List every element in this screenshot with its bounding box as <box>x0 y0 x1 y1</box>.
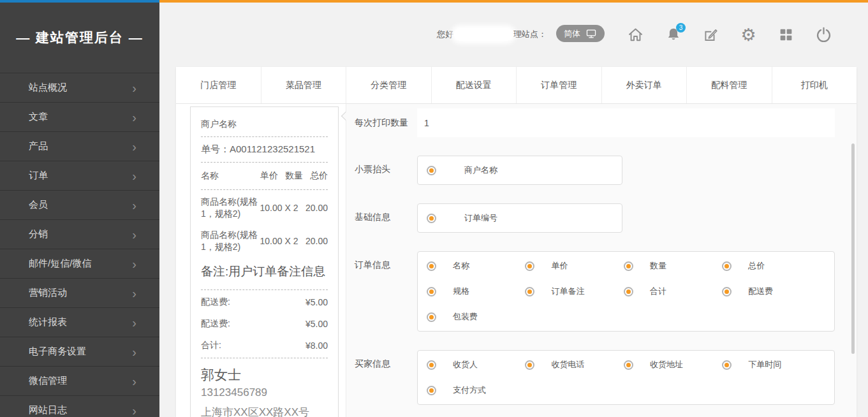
radio-selected[interactable] <box>525 287 534 296</box>
sidebar-item-site-overview[interactable]: 站点概况› <box>0 73 159 103</box>
sidebar-item-mail-sms-wechat[interactable]: 邮件/短信/微信› <box>0 249 159 279</box>
radio-selected[interactable] <box>624 287 633 296</box>
radio-selected[interactable] <box>525 360 534 370</box>
receipt-buyer-address: 上海市XX区XX路XX号XXX室 <box>201 404 328 417</box>
option-order-number[interactable]: 订单编号 <box>423 205 497 231</box>
radio-selected[interactable] <box>525 261 534 271</box>
tab-order-management[interactable]: 订单管理 <box>516 67 601 103</box>
receipt-buyer-name: 郭女士 <box>201 360 328 385</box>
basic-info-row: 基础信息 订单编号 <box>355 203 857 233</box>
compose-icon[interactable] <box>702 26 719 43</box>
sidebar-item-site-logs[interactable]: 网站日志› <box>0 396 159 417</box>
radio-selected[interactable] <box>427 386 436 395</box>
receipt-item-row: 商品名称(规格1，规格2) 10.00 X 2 20.00 <box>201 191 328 224</box>
radio-selected[interactable] <box>427 214 436 223</box>
greeting-suffix: 理站点： <box>513 29 547 40</box>
sidebar-item-ecommerce-settings[interactable]: 电子商务设置› <box>0 337 159 367</box>
divider <box>201 289 328 290</box>
header-top-strip <box>159 0 868 3</box>
printer-settings-form: 每次打印数量 小票抬头 商户名称 基础信 <box>346 104 857 417</box>
home-icon[interactable] <box>627 26 644 43</box>
sidebar-item-orders[interactable]: 订单› <box>0 161 159 191</box>
receipt-fee-row: 配送费: ¥5.00 <box>201 313 328 335</box>
divider <box>201 189 328 190</box>
option-subtotal[interactable]: 合计 <box>620 279 716 304</box>
tab-store-management[interactable]: 门店管理 <box>176 67 261 103</box>
receipt-columns: 名称 单价 数量 总价 <box>201 164 328 188</box>
sidebar-item-wechat-management[interactable]: 微信管理› <box>0 367 159 396</box>
option-packaging-fee[interactable]: 包装费 <box>423 304 519 330</box>
radio-selected[interactable] <box>427 287 436 296</box>
language-site-button[interactable]: 简体 <box>556 25 605 42</box>
sidebar-item-marketing[interactable]: 营销活动› <box>0 279 159 308</box>
chevron-right-icon: › <box>132 346 136 358</box>
sidebar-item-members[interactable]: 会员› <box>0 191 159 220</box>
option-delivery-fee[interactable]: 配送费 <box>718 279 814 304</box>
tab-printer[interactable]: 打印机 <box>772 67 857 103</box>
radio-selected[interactable] <box>427 166 436 175</box>
field-label: 基础信息 <box>355 203 417 233</box>
sidebar-menu: 站点概况› 文章› 产品› 订单› 会员› 分销› 邮件/短信/微信› 营销活动… <box>0 73 159 417</box>
radio-selected[interactable] <box>722 287 732 296</box>
chevron-right-icon: › <box>132 82 136 94</box>
callout-arrow-left <box>341 112 350 121</box>
option-order-note[interactable]: 订单备注 <box>521 279 617 304</box>
sidebar-item-distribution[interactable]: 分销› <box>0 220 159 249</box>
divider <box>201 358 328 358</box>
option-consignee[interactable]: 收货人 <box>423 352 519 377</box>
radio-selected[interactable] <box>722 261 732 271</box>
receipt-total-row: 合计: ¥8.00 <box>201 335 328 356</box>
option-merchant-name[interactable]: 商户名称 <box>423 157 497 183</box>
redacted-username <box>454 28 513 41</box>
tab-takeout-orders[interactable]: 外卖订单 <box>601 67 687 103</box>
receipt-header-row: 小票抬头 商户名称 <box>355 156 857 185</box>
receipt-note: 备注:用户订单备注信息 <box>201 258 328 289</box>
tab-category-management[interactable]: 分类管理 <box>346 67 431 103</box>
radio-selected[interactable] <box>427 312 436 322</box>
vertical-scrollbar[interactable] <box>851 143 855 354</box>
option-spec[interactable]: 规格 <box>423 279 519 304</box>
radio-selected[interactable] <box>427 261 436 271</box>
sidebar-item-reports[interactable]: 统计报表› <box>0 308 159 337</box>
chevron-right-icon: › <box>132 287 136 300</box>
option-name[interactable]: 名称 <box>423 253 519 279</box>
main-panel: 门店管理 菜品管理 分类管理 配送设置 订单管理 外卖订单 配料管理 打印机 商… <box>176 67 857 417</box>
field-label: 小票抬头 <box>355 156 417 185</box>
option-total-price[interactable]: 总价 <box>718 253 814 279</box>
order-info-row: 订单信息 名称 单价 数量 总价 规格 订单备注 合计 配送费 <box>355 251 857 332</box>
option-payment-method[interactable]: 支付方式 <box>423 377 519 403</box>
option-quantity[interactable]: 数量 <box>620 253 716 279</box>
sidebar-item-products[interactable]: 产品› <box>0 132 159 161</box>
tab-dish-management[interactable]: 菜品管理 <box>261 67 346 103</box>
divider <box>201 162 328 163</box>
bell-icon[interactable]: 3 <box>665 26 682 43</box>
field-label: 订单信息 <box>355 251 417 332</box>
tab-bar: 门店管理 菜品管理 分类管理 配送设置 订单管理 外卖订单 配料管理 打印机 <box>176 67 857 104</box>
notification-badge: 3 <box>676 23 686 33</box>
app-window: — 建站管理后台 — 站点概况› 文章› 产品› 订单› 会员› 分销› 邮件/… <box>0 0 868 417</box>
radio-selected[interactable] <box>624 360 633 370</box>
option-address[interactable]: 收货地址 <box>620 352 716 377</box>
grid-icon[interactable] <box>777 26 795 43</box>
option-phone[interactable]: 收货电话 <box>521 352 617 377</box>
radio-selected[interactable] <box>722 360 732 370</box>
field-label: 每次打印数量 <box>355 108 417 137</box>
option-unit-price[interactable]: 单价 <box>521 253 617 279</box>
buyer-info-row: 买家信息 收货人 收货电话 收货地址 下单时间 支付方式 <box>355 350 857 405</box>
radio-selected[interactable] <box>427 360 436 370</box>
gear-icon[interactable]: ⚙ <box>740 26 757 43</box>
tab-delivery-settings[interactable]: 配送设置 <box>431 67 517 103</box>
radio-selected[interactable] <box>624 261 633 271</box>
divider <box>201 136 328 137</box>
chevron-right-icon: › <box>132 199 136 212</box>
option-order-time[interactable]: 下单时间 <box>718 352 814 377</box>
receipt-fee-row: 配送费: ¥5.00 <box>201 291 328 313</box>
sidebar-item-articles[interactable]: 文章› <box>0 103 159 132</box>
printer-settings-content: 商户名称 单号：A001121232521521 名称 单价 数量 总价 商品名… <box>176 104 857 417</box>
tab-ingredient-management[interactable]: 配料管理 <box>686 67 772 103</box>
app-title: — 建站管理后台 — <box>0 3 159 73</box>
power-icon[interactable] <box>815 26 832 43</box>
chevron-right-icon: › <box>132 140 136 153</box>
print-quantity-input[interactable] <box>417 108 835 137</box>
chevron-right-icon: › <box>132 258 136 270</box>
